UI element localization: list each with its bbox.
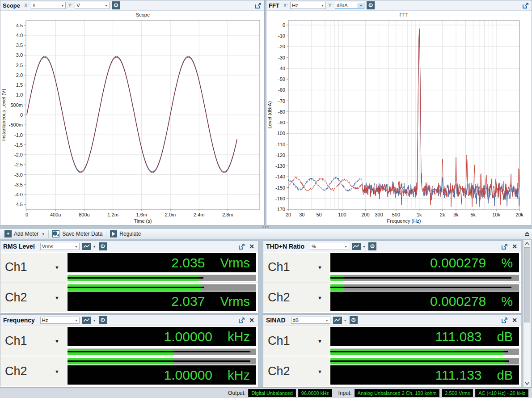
chevron-down-icon: ▼ — [42, 233, 45, 236]
scope-y-unit-select[interactable]: V▼ — [75, 2, 110, 9]
svg-text:-50: -50 — [278, 76, 285, 82]
add-meter-button[interactable]: + Add Meter ▼ — [1, 229, 48, 239]
sinad-ch1-value-display: 111.083dB — [330, 327, 519, 346]
chevron-down-icon: ▼ — [321, 4, 324, 7]
sinad-popout-icon[interactable] — [501, 317, 508, 324]
svg-text:-170: -170 — [275, 207, 285, 212]
fft-x-unit-select[interactable]: Hz▼ — [290, 2, 326, 9]
svg-text:-500m: -500m — [9, 122, 23, 127]
frequency-close-icon[interactable]: ✕ — [248, 317, 255, 324]
line-chart-icon — [82, 317, 91, 324]
thdn-ch1-value-display: 0.000279% — [330, 253, 519, 272]
rms-settings-gear-icon[interactable]: ⚙ — [99, 242, 107, 250]
line-chart-icon — [352, 243, 361, 250]
fft-panel: FFT X: Hz▼ Y: dBrA▼ ⚙ FFT0-10-20-30-40-5… — [266, 0, 532, 225]
scroll-down-icon[interactable] — [524, 380, 531, 387]
status-bar: Output: Digital Unbalanced96.0000 kHz In… — [0, 387, 532, 398]
regulate-button[interactable]: Regulate — [107, 229, 144, 239]
thdn-ratio-meter-panel: THD+N Ratio %▼ ▼ ⚙ ✕ Ch1▼ 0.000279% Ch — [263, 241, 521, 313]
thdn-popout-icon[interactable] — [501, 243, 508, 250]
frequency-ch1-selector[interactable]: Ch1▼ — [0, 326, 67, 356]
frequency-meter-panel: Frequency Hz▼ ▼ ⚙ ✕ Ch1▼ 1.00000kHz Ch — [0, 314, 258, 387]
sinad-ch1-selector[interactable]: Ch1▼ — [263, 326, 329, 356]
scope-x-unit-select[interactable]: s▼ — [31, 2, 66, 9]
svg-text:3k: 3k — [453, 212, 459, 217]
svg-text:Level (dBrA): Level (dBrA) — [267, 101, 272, 128]
svg-text:300: 300 — [375, 212, 383, 217]
output-label: Output: — [228, 390, 245, 396]
svg-text:10k: 10k — [492, 212, 500, 217]
svg-text:-110: -110 — [276, 142, 285, 147]
meters-area: RMS Level Vrms▼ ▼ ⚙ ✕ Ch1▼ 2.035Vrms C — [0, 240, 532, 387]
rms-unit-select[interactable]: Vrms▼ — [40, 243, 80, 250]
chevron-down-icon: ▼ — [317, 369, 322, 374]
svg-text:3.0: 3.0 — [16, 52, 23, 58]
status-badge: Digital Unbalanced — [248, 389, 296, 397]
thdn-ch1-level-bar — [330, 275, 519, 281]
meters-scrollbar[interactable] — [523, 240, 531, 387]
sinad-chart-view-button[interactable]: ▼ — [333, 317, 347, 324]
svg-text:FFT: FFT — [399, 12, 408, 17]
frequency-ch2-selector[interactable]: Ch2▼ — [0, 357, 67, 386]
scope-panel-title: Scope — [3, 2, 20, 9]
chevron-down-icon: ▼ — [325, 319, 329, 322]
play-icon — [110, 230, 117, 237]
thdn-close-icon[interactable]: ✕ — [511, 243, 518, 250]
frequency-ch2-value-display: 1.00000kHz — [68, 365, 256, 385]
horizontal-splitter[interactable]: ••• — [0, 225, 532, 229]
frequency-popout-icon[interactable] — [238, 317, 245, 324]
scope-popout-icon[interactable] — [255, 2, 262, 9]
svg-text:-1.5: -1.5 — [14, 142, 23, 148]
status-badge: 96.0000 kHz — [298, 389, 332, 397]
sinad-close-icon[interactable]: ✕ — [511, 317, 518, 324]
svg-text:2k: 2k — [440, 212, 445, 217]
chevron-down-icon: ▼ — [75, 319, 78, 322]
rms-ch1-selector[interactable]: Ch1▼ — [0, 253, 67, 282]
thdn-ch2-selector[interactable]: Ch2▼ — [263, 283, 329, 312]
svg-text:-2.0: -2.0 — [14, 152, 23, 157]
input-badges: Analog Unbalanced 2 Ch, 100 kohm2.500 Vr… — [355, 389, 528, 397]
chevron-down-icon: ▼ — [75, 245, 78, 248]
frequency-ch1-row: Ch1▼ 1.00000kHz — [0, 326, 258, 356]
svg-text:-20: -20 — [278, 44, 285, 49]
thdn-unit-select[interactable]: %▼ — [310, 243, 349, 250]
save-meter-data-button[interactable]: Save Meter Data — [49, 229, 106, 239]
svg-text:-130: -130 — [275, 163, 285, 169]
sinad-ch1-level-bar — [330, 348, 519, 355]
fft-popout-icon[interactable] — [522, 2, 529, 9]
svg-text:500: 500 — [392, 212, 400, 217]
frequency-unit-select[interactable]: Hz▼ — [40, 317, 80, 324]
chevron-down-icon: ▼ — [93, 245, 96, 248]
rms-close-icon[interactable]: ✕ — [248, 243, 255, 250]
fft-y-unit-select[interactable]: dBrA▼ — [335, 2, 364, 9]
scroll-up-icon[interactable] — [524, 240, 531, 247]
apx500-meters-view: Scope X: s▼ Y: V▼ ⚙ Scope4.54.03.53.02.5… — [0, 0, 532, 398]
frequency-ch2-level-bar — [68, 358, 256, 364]
sinad-settings-gear-icon[interactable]: ⚙ — [350, 316, 358, 324]
svg-text:-30: -30 — [278, 55, 285, 60]
svg-text:-4.5: -4.5 — [14, 202, 23, 207]
thdn-settings-gear-icon[interactable]: ⚙ — [368, 242, 376, 250]
fft-x-axis-label: X: — [283, 3, 288, 8]
thdn-chart-view-button[interactable]: ▼ — [352, 243, 366, 250]
chevron-down-icon: ▼ — [61, 4, 64, 7]
collapse-meters-icon[interactable] — [524, 230, 530, 237]
svg-text:3.5: 3.5 — [16, 42, 23, 48]
frequency-chart-view-button[interactable]: ▼ — [82, 317, 96, 324]
svg-text:1k: 1k — [417, 212, 422, 217]
thdn-ch1-selector[interactable]: Ch1▼ — [263, 253, 329, 282]
scope-chart: Scope4.54.03.53.02.52.01.51.0500m0-500m-… — [0, 11, 264, 225]
rms-popout-icon[interactable] — [238, 243, 245, 250]
sinad-ch2-selector[interactable]: Ch2▼ — [263, 357, 329, 386]
svg-text:1.5: 1.5 — [16, 82, 23, 88]
svg-text:20k: 20k — [515, 212, 524, 217]
sinad-ch1-row: Ch1▼ 111.083dB — [263, 326, 521, 356]
sinad-unit-select[interactable]: dB▼ — [291, 317, 330, 324]
scope-settings-gear-icon[interactable]: ⚙ — [112, 1, 120, 9]
fft-settings-gear-icon[interactable]: ⚙ — [367, 1, 375, 9]
frequency-settings-gear-icon[interactable]: ⚙ — [99, 316, 107, 324]
scrollbar-thumb[interactable] — [524, 247, 530, 322]
chevron-down-icon: ▼ — [344, 245, 347, 248]
rms-ch2-selector[interactable]: Ch2▼ — [0, 283, 67, 312]
rms-chart-view-button[interactable]: ▼ — [82, 243, 96, 250]
